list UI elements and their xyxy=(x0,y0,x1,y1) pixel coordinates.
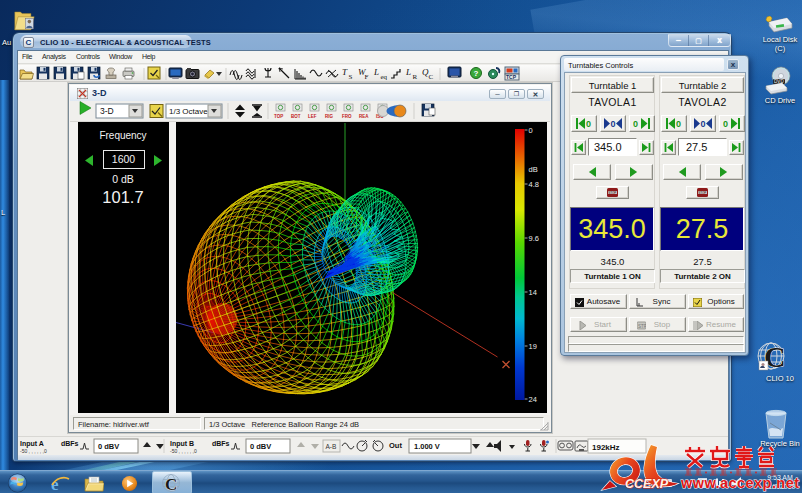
svg-text:TOP: TOP xyxy=(274,114,283,119)
svg-text:REA: REA xyxy=(359,114,369,119)
svg-text:R: R xyxy=(413,73,418,81)
svg-text:4.8: 4.8 xyxy=(528,180,538,189)
svg-text:24: 24 xyxy=(528,395,536,404)
svg-text:-50 , , , , , ,0: -50 , , , , , ,0 xyxy=(170,448,197,454)
svg-text:S: S xyxy=(349,73,353,81)
svg-text:Out: Out xyxy=(389,441,402,450)
svg-text:14: 14 xyxy=(528,288,536,297)
svg-text:1/3 Octave: 1/3 Octave xyxy=(169,107,208,116)
svg-text:STOP: STOP xyxy=(608,191,616,195)
svg-text:9.6: 9.6 xyxy=(528,234,538,243)
svg-text:C: C xyxy=(165,475,177,493)
svg-text:FRO: FRO xyxy=(342,114,352,119)
svg-text:STOP: STOP xyxy=(698,191,706,195)
svg-text:0: 0 xyxy=(611,119,616,129)
svg-text:F: F xyxy=(365,73,369,81)
svg-text:Input A: Input A xyxy=(20,440,44,448)
svg-text:dBFs: dBFs xyxy=(212,440,230,447)
svg-text:Input B: Input B xyxy=(170,440,194,448)
svg-text:1.000 V: 1.000 V xyxy=(414,442,440,451)
svg-text:0: 0 xyxy=(586,119,591,129)
svg-text:EN: EN xyxy=(648,479,659,488)
svg-text:192kHz: 192kHz xyxy=(592,443,620,452)
svg-text:0 dBV: 0 dBV xyxy=(250,442,271,451)
svg-text:A-B: A-B xyxy=(326,443,337,450)
svg-text:3-D: 3-D xyxy=(100,106,114,116)
svg-text:0: 0 xyxy=(528,126,532,135)
svg-text:0 dBV: 0 dBV xyxy=(98,442,119,451)
svg-text:C: C xyxy=(429,73,434,81)
svg-text:L: L xyxy=(373,67,379,77)
svg-text:0: 0 xyxy=(723,119,728,129)
svg-text:19: 19 xyxy=(528,342,536,351)
svg-text:LEF: LEF xyxy=(308,114,317,119)
svg-text:L: L xyxy=(405,67,411,77)
svg-text:dBFs: dBFs xyxy=(61,440,79,447)
svg-text:eq: eq xyxy=(381,73,388,81)
svg-text:0: 0 xyxy=(676,119,681,129)
svg-text:T: T xyxy=(342,67,348,77)
svg-text:dB: dB xyxy=(528,165,537,174)
svg-text:STP: STP xyxy=(638,324,646,329)
svg-text:RIG: RIG xyxy=(325,114,334,119)
svg-text:0: 0 xyxy=(633,119,638,129)
svg-text:-50 , , , , , ,0: -50 , , , , , ,0 xyxy=(20,448,47,454)
svg-text:?: ? xyxy=(474,69,479,78)
svg-text:0: 0 xyxy=(701,119,706,129)
svg-text:BOT: BOT xyxy=(291,114,301,119)
svg-text:TCP: TCP xyxy=(506,74,517,80)
